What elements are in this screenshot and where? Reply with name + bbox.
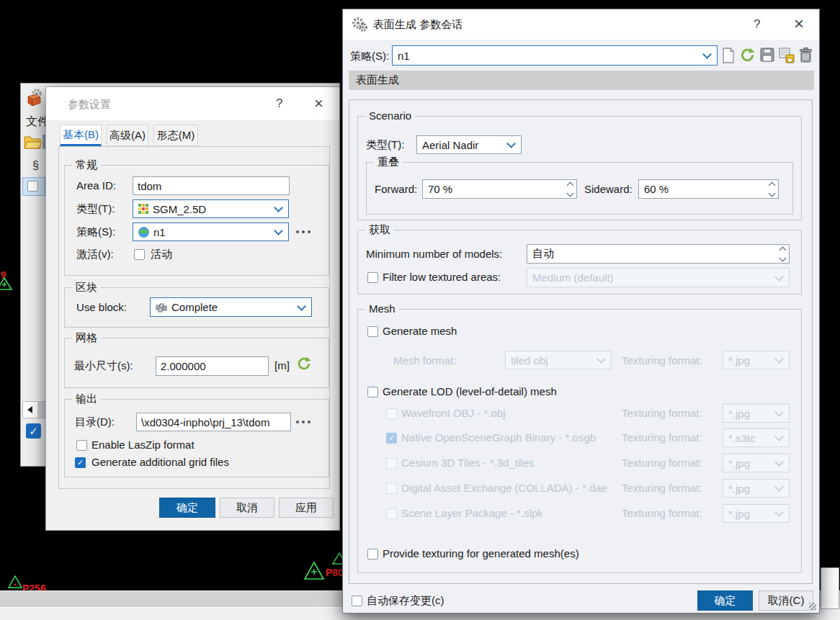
layer-checkbox[interactable] bbox=[26, 423, 41, 439]
scenario-group-title: Scenario bbox=[365, 109, 415, 122]
autosave-label: 自动保存变更(c) bbox=[367, 594, 444, 608]
lod-cesium-checkbox bbox=[386, 458, 397, 469]
tab-basic-label: 基本(B) bbox=[63, 128, 99, 142]
lod-osgb-label: Native OpenSceneGraph Binary - *.osgb bbox=[401, 431, 596, 444]
chevron-down-icon bbox=[774, 408, 784, 417]
active-checkbox-label: 活动 bbox=[151, 248, 172, 261]
tab-morphology[interactable]: 形态(M) bbox=[153, 125, 198, 146]
left-dialog-title: 参数设置 bbox=[68, 98, 111, 112]
lod-collada-texturing-combobox: *.jpg bbox=[723, 479, 790, 498]
generate-mesh-label: Generate mesh bbox=[383, 325, 457, 337]
refresh-icon[interactable] bbox=[739, 47, 756, 63]
texturing-format-label: Texturing format: bbox=[622, 431, 702, 444]
right-dialog-title: 表面生成 参数会话 bbox=[373, 18, 463, 32]
mesh-format-value: tiled obj bbox=[511, 354, 548, 367]
tab-morphology-label: 形态(M) bbox=[157, 129, 195, 143]
texturing-format-label: Texturing format: bbox=[622, 407, 702, 419]
surface-generation-tab[interactable]: 表面生成 bbox=[349, 71, 814, 90]
use-block-value: Complete bbox=[171, 301, 218, 313]
cancel-button[interactable]: 取消 bbox=[220, 498, 274, 518]
chevron-down-icon bbox=[774, 457, 784, 467]
type-combobox[interactable]: SGM_2.5D bbox=[133, 199, 289, 218]
block-icon bbox=[156, 302, 167, 313]
spinner-arrows-icon[interactable] bbox=[769, 183, 774, 196]
generate-mesh-checkbox[interactable] bbox=[367, 326, 378, 337]
grid-group-title: 网格 bbox=[72, 331, 101, 345]
laszip-label: Enable LasZip format bbox=[91, 439, 195, 451]
spinner-arrows-icon[interactable] bbox=[568, 183, 573, 196]
tab-advanced-label: 高级(A) bbox=[110, 129, 146, 143]
resize-grip[interactable] bbox=[809, 603, 816, 610]
unit-label: [m] bbox=[274, 359, 290, 372]
type-label: 类型(T): bbox=[76, 202, 115, 216]
surface-generation-tab-label: 表面生成 bbox=[356, 73, 399, 87]
close-button[interactable]: × bbox=[794, 14, 804, 34]
scenario-type-combobox[interactable]: Aerial Nadir bbox=[416, 135, 522, 154]
provide-texturing-label: Provide texturing for generated mesh(es) bbox=[383, 547, 579, 560]
block-group-title: 区块 bbox=[72, 281, 101, 295]
area-id-input[interactable] bbox=[133, 176, 290, 195]
filter-level-combobox: Medium (default) bbox=[527, 268, 790, 287]
sideward-spinbox[interactable]: 60 % bbox=[638, 179, 779, 199]
refresh-icon[interactable] bbox=[296, 356, 312, 372]
save-as-icon[interactable] bbox=[778, 47, 795, 63]
output-group-title: 输出 bbox=[72, 392, 101, 406]
surface-generation-dialog: 表面生成 参数会话 ? × 策略(S): n1 bbox=[342, 9, 820, 614]
lod-slpk-texturing-combobox: *.jpg bbox=[723, 504, 790, 523]
lod-osgb-texturing-value: *.s3tc bbox=[728, 432, 756, 444]
spinner-arrows-icon[interactable] bbox=[780, 248, 785, 261]
triangle-marker-icon bbox=[303, 561, 325, 580]
texturing-format-label: Texturing format: bbox=[622, 457, 702, 469]
general-group-title: 常规 bbox=[72, 158, 101, 172]
filter-low-textured-checkbox[interactable] bbox=[367, 272, 378, 283]
selected-row[interactable] bbox=[22, 177, 45, 196]
lod-wavefront-texturing-combobox: *.jpg bbox=[723, 404, 790, 423]
tab-basic[interactable]: 基本(B) bbox=[60, 125, 102, 146]
use-block-combobox[interactable]: Complete bbox=[150, 297, 312, 317]
apply-button[interactable]: 应用 bbox=[279, 498, 334, 518]
min-size-input[interactable] bbox=[156, 356, 269, 376]
directory-input[interactable] bbox=[136, 413, 291, 431]
delete-icon[interactable] bbox=[798, 47, 813, 63]
sideward-label: Sideward: bbox=[584, 183, 633, 195]
open-folder-icon[interactable] bbox=[23, 134, 42, 150]
generate-lod-checkbox[interactable] bbox=[367, 387, 378, 397]
ok-button[interactable]: 确定 bbox=[159, 498, 215, 518]
lod-cesium-label: Cesium 3D Tiles - *.3d_tiles bbox=[401, 457, 534, 469]
new-document-icon[interactable] bbox=[720, 47, 736, 64]
lod-collada-label: Digital Asset Exchange (COLLADA) - *.dae bbox=[401, 482, 607, 494]
texturing-format-label: Texturing format: bbox=[622, 507, 702, 519]
scroll-left-arrow-icon[interactable] bbox=[27, 406, 32, 413]
gridfiles-checkbox[interactable] bbox=[75, 457, 86, 468]
help-button[interactable]: ? bbox=[276, 96, 282, 111]
min-models-spinbox[interactable]: 自动 bbox=[527, 244, 790, 264]
strategy-combobox[interactable]: n1 bbox=[133, 223, 289, 241]
autosave-checkbox[interactable] bbox=[352, 596, 362, 606]
mesh-format-combobox: tiled obj bbox=[505, 351, 612, 369]
chevron-down-icon bbox=[297, 302, 306, 311]
provide-texturing-checkbox[interactable] bbox=[367, 549, 378, 560]
gridfiles-label: Generate additional grid files bbox=[91, 456, 229, 468]
close-button[interactable]: × bbox=[314, 94, 323, 113]
directory-browse-button[interactable] bbox=[296, 421, 310, 423]
directory-label: 目录(D): bbox=[75, 415, 115, 429]
laszip-checkbox[interactable] bbox=[76, 440, 87, 451]
strategy-combobox[interactable]: n1 bbox=[392, 45, 718, 66]
strategy-browse-button[interactable] bbox=[296, 230, 310, 233]
ok-button[interactable]: 确定 bbox=[697, 590, 753, 611]
cancel-button[interactable]: 取消(C) bbox=[759, 590, 813, 611]
lod-collada-texturing-value: *.jpg bbox=[728, 482, 750, 495]
parameter-settings-dialog: 参数设置 ? × 基本(B) 高级(A) 形态(M) 常规 Area ID: 类… bbox=[45, 86, 340, 531]
help-button[interactable]: ? bbox=[754, 17, 760, 32]
lod-slpk-texturing-value: *.jpg bbox=[728, 508, 750, 520]
acquisition-group-title: 获取 bbox=[365, 223, 394, 237]
hscrollbar-piece[interactable] bbox=[22, 401, 45, 418]
triangle-marker-icon bbox=[0, 277, 13, 291]
forward-spinbox[interactable]: 70 % bbox=[422, 179, 577, 199]
chevron-down-icon bbox=[774, 508, 784, 517]
row-checkbox[interactable] bbox=[27, 181, 38, 192]
lod-cesium-texturing-combobox: *.jpg bbox=[723, 454, 790, 472]
tab-advanced[interactable]: 高级(A) bbox=[107, 125, 148, 146]
save-icon[interactable] bbox=[759, 47, 775, 63]
active-checkbox[interactable] bbox=[134, 249, 145, 260]
